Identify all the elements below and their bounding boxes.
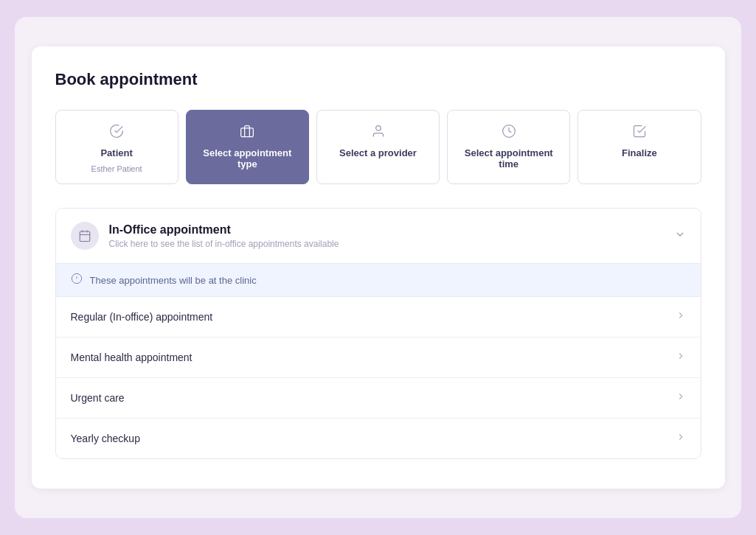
chevron-right-icon-yearly-checkup (676, 432, 686, 445)
appointment-label-mental-health: Mental health appointment (71, 352, 676, 363)
step-patient-sub: Esther Patient (91, 164, 142, 173)
main-card: Book appointment Patient Esther Patient … (32, 46, 725, 489)
svg-rect-3 (80, 231, 90, 242)
chevron-right-icon-urgent-care (676, 391, 686, 405)
appointment-item-regular[interactable]: Regular (In-office) appointment (56, 297, 701, 338)
page-title: Book appointment (55, 70, 701, 89)
content-section: In-Office appointment Click here to see … (55, 208, 701, 459)
chevron-right-icon-mental-health (676, 351, 686, 364)
step-time-label: Select appointment time (457, 147, 561, 169)
chevron-right-icon-regular (676, 310, 686, 324)
steps-nav: Patient Esther Patient Select appointmen… (55, 110, 701, 184)
appointment-label-urgent-care: Urgent care (71, 392, 676, 404)
appointment-item-mental-health[interactable]: Mental health appointment (56, 338, 701, 378)
step-patient-label: Patient (100, 147, 132, 158)
calendar-icon (78, 229, 91, 242)
inoffice-header[interactable]: In-Office appointment Click here to see … (56, 209, 701, 263)
svg-point-1 (375, 126, 381, 131)
info-banner-text: These appointments will be at the clinic (90, 275, 257, 286)
step-patient[interactable]: Patient Esther Patient (55, 110, 178, 184)
inoffice-subtitle: Click here to see the list of in-office … (109, 239, 674, 249)
step-time[interactable]: Select appointment time (447, 110, 570, 184)
outer-wrapper: Book appointment Patient Esther Patient … (15, 17, 741, 518)
user-icon (368, 121, 389, 141)
inoffice-title: In-Office appointment (109, 223, 674, 237)
chevron-down-icon (674, 228, 686, 243)
svg-rect-0 (241, 128, 254, 137)
step-finalize-label: Finalize (622, 147, 657, 158)
appointment-list: Regular (In-office) appointment Mental h… (56, 297, 701, 458)
step-finalize[interactable]: Finalize (578, 110, 701, 184)
step-provider[interactable]: Select a provider (316, 110, 440, 184)
info-banner: These appointments will be at the clinic (56, 263, 701, 297)
clock-icon (499, 121, 519, 141)
check-circle-icon (106, 121, 127, 141)
step-appointment-type[interactable]: Select appointment type (186, 110, 309, 184)
inoffice-text: In-Office appointment Click here to see … (109, 223, 674, 249)
step-appointment-type-label: Select appointment type (195, 147, 299, 169)
appointment-label-yearly-checkup: Yearly checkup (71, 433, 676, 444)
appointment-item-yearly-checkup[interactable]: Yearly checkup (56, 419, 701, 458)
appointment-label-regular: Regular (In-office) appointment (71, 311, 676, 323)
step-provider-label: Select a provider (339, 147, 417, 158)
info-icon (71, 273, 83, 287)
check-square-icon (629, 121, 650, 141)
calendar-icon-wrap (71, 222, 99, 250)
briefcase-icon (237, 121, 257, 141)
appointment-item-urgent-care[interactable]: Urgent care (56, 378, 701, 419)
